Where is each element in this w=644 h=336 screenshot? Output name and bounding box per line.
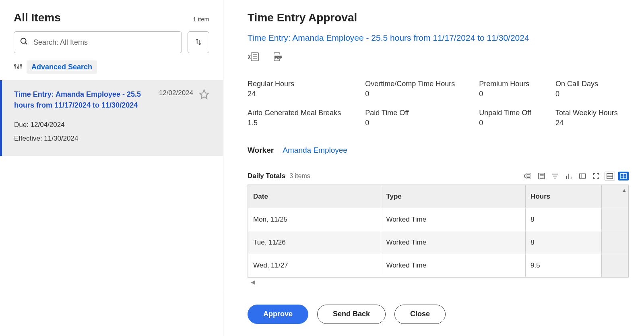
table-view-list-icon[interactable] <box>605 172 615 180</box>
summary-label: Total Weekly Hours <box>555 109 618 117</box>
svg-text:PDF: PDF <box>275 55 282 59</box>
sidebar-title: All Items <box>14 11 61 24</box>
summary-label: Regular Hours <box>248 80 341 88</box>
export-excel-icon[interactable] <box>248 52 260 64</box>
sidebar-item-count: 1 item <box>193 16 209 23</box>
horizontal-scroll-hint[interactable]: ◀ <box>248 278 629 286</box>
filter-icon[interactable] <box>14 62 23 73</box>
list-item[interactable]: Time Entry: Amanda Employee - 25.5 hours… <box>0 80 223 156</box>
cell-hours: 8 <box>526 231 602 254</box>
worker-link[interactable]: Amanda Employee <box>283 146 347 154</box>
table-filter-icon[interactable] <box>550 172 560 180</box>
svg-point-7 <box>21 64 22 66</box>
list-item-effective: Effective: 11/30/2024 <box>14 132 209 145</box>
close-button[interactable]: Close <box>394 305 446 324</box>
sort-button[interactable] <box>188 31 209 53</box>
star-icon[interactable] <box>199 89 209 101</box>
cell-hours: 8 <box>526 208 602 231</box>
advanced-search-link[interactable]: Advanced Search <box>31 63 92 71</box>
scrollbar-gutter: ▲ <box>601 185 628 208</box>
summary-value: 24 <box>555 119 618 127</box>
main-panel: Time Entry Approval Time Entry: Amanda E… <box>223 0 644 336</box>
summary-label: Overtime/Comp Time Hours <box>365 80 455 88</box>
svg-point-0 <box>21 38 26 44</box>
cell-type: Worked Time <box>381 208 526 231</box>
cell-date: Mon, 11/25 <box>248 208 381 231</box>
cell-hours: 9.5 <box>526 254 602 277</box>
worker-label: Worker <box>248 146 274 154</box>
summary-value: 0 <box>479 90 531 98</box>
summary-value: 0 <box>365 119 455 127</box>
list-item-date: 12/02/2024 <box>159 89 193 97</box>
col-header-hours[interactable]: Hours <box>526 185 602 208</box>
svg-rect-29 <box>580 174 586 178</box>
daily-totals-count: 3 items <box>289 172 310 180</box>
summary-label: Unpaid Time Off <box>479 109 531 117</box>
search-icon <box>20 37 29 48</box>
list-item-due: Due: 12/04/2024 <box>14 118 209 132</box>
summary-value: 24 <box>248 90 341 98</box>
sidebar: All Items 1 item Advanced Search <box>0 0 223 336</box>
daily-totals-title: Daily Totals <box>248 172 285 180</box>
cell-date: Wed, 11/27 <box>248 254 381 277</box>
summary-value: 0 <box>365 90 455 98</box>
svg-marker-8 <box>200 90 208 99</box>
summary-value: 1.5 <box>248 119 341 127</box>
svg-rect-31 <box>607 174 613 179</box>
table-view-grid-icon[interactable] <box>618 172 629 180</box>
table-columns-icon[interactable] <box>577 172 588 180</box>
summary-label: Auto Generated Meal Breaks <box>248 109 341 117</box>
send-back-button[interactable]: Send Back <box>317 305 386 324</box>
action-footer: Approve Send Back Close <box>223 292 644 336</box>
table-fullscreen-icon[interactable] <box>591 172 601 180</box>
svg-point-5 <box>17 66 19 68</box>
table-row[interactable]: Tue, 11/26 Worked Time 8 <box>248 231 628 254</box>
sort-icon <box>194 38 202 47</box>
svg-line-1 <box>25 43 27 45</box>
svg-point-3 <box>14 64 16 66</box>
approve-button[interactable]: Approve <box>248 305 308 324</box>
summary-value: 0 <box>479 119 531 127</box>
summary-value: 0 <box>555 90 618 98</box>
cell-type: Worked Time <box>381 231 526 254</box>
table-worksheet-icon[interactable] <box>536 172 547 180</box>
daily-totals-table: Date Type Hours ▲ Mon, 11/25 Worked Time… <box>248 185 629 278</box>
col-header-date[interactable]: Date <box>248 185 381 208</box>
page-subtitle-link[interactable]: Time Entry: Amanda Employee - 25.5 hours… <box>248 33 629 43</box>
summary-label: Paid Time Off <box>365 109 455 117</box>
table-row[interactable]: Wed, 11/27 Worked Time 9.5 <box>248 254 628 277</box>
col-header-type[interactable]: Type <box>381 185 526 208</box>
summary-grid: Regular Hours24 Overtime/Comp Time Hours… <box>248 80 629 127</box>
table-row[interactable]: Mon, 11/25 Worked Time 8 <box>248 208 628 231</box>
cell-date: Tue, 11/26 <box>248 231 381 254</box>
table-export-excel-icon[interactable] <box>522 172 533 180</box>
table-chart-icon[interactable] <box>564 172 574 180</box>
page-title: Time Entry Approval <box>248 11 629 24</box>
cell-type: Worked Time <box>381 254 526 277</box>
table-toolbar <box>522 172 629 180</box>
summary-label: On Call Days <box>555 80 618 88</box>
export-pdf-icon[interactable]: PDF <box>272 52 284 64</box>
list-item-title: Time Entry: Amanda Employee - 25.5 hours… <box>14 89 143 111</box>
search-box[interactable] <box>14 31 182 53</box>
summary-label: Premium Hours <box>479 80 531 88</box>
search-input[interactable] <box>33 38 176 47</box>
